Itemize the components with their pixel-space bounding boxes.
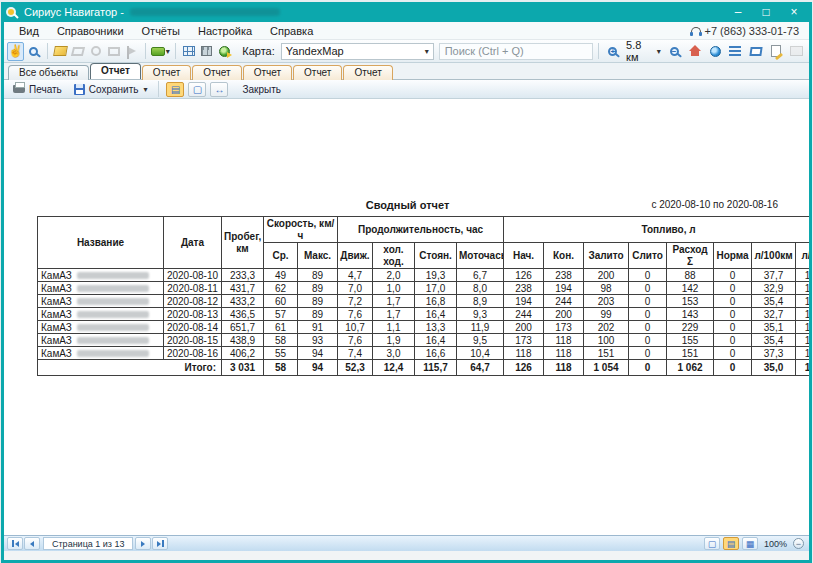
- fit-width-button[interactable]: ↔: [210, 82, 228, 97]
- minimize-button[interactable]: –: [724, 3, 752, 21]
- toolbar-separator: [145, 43, 146, 59]
- globe-button[interactable]: [706, 42, 724, 61]
- table-cell: 98: [584, 282, 629, 295]
- table-cell: 16,4: [415, 308, 457, 321]
- menu-item-5[interactable]: Справка: [261, 25, 322, 37]
- map-scale-value: 5.8 км: [626, 39, 654, 63]
- layers-button[interactable]: ▾: [151, 42, 170, 61]
- save-button[interactable]: Сохранить ▾: [70, 83, 152, 96]
- maximize-button[interactable]: □: [752, 3, 780, 21]
- table-cell: 32,9: [752, 282, 796, 295]
- toolbar-separator: [175, 43, 176, 59]
- table-cell: 35,4: [752, 334, 796, 347]
- table-cell: 200: [584, 269, 629, 282]
- last-page-button[interactable]: [152, 537, 168, 550]
- map-select[interactable]: YandexMap ▾: [281, 43, 434, 60]
- totals-cell: 3 031: [222, 360, 264, 376]
- redacted-title-text: [130, 8, 280, 16]
- table-view-button[interactable]: [181, 42, 197, 61]
- list-icon: [729, 46, 741, 56]
- zoom-out-slider-button[interactable]: −: [793, 538, 804, 549]
- close-button[interactable]: ×: [780, 3, 808, 21]
- table-cell: 433,2: [222, 295, 264, 308]
- table-row: КамАЗ2020-08-13436,557897,61,716,49,3244…: [38, 308, 810, 321]
- table-cell: 238: [544, 269, 584, 282]
- table-cell: 16,4: [796, 334, 809, 347]
- column-subheader: Норма: [714, 243, 752, 269]
- tab-report-3[interactable]: Отчет: [192, 65, 241, 80]
- pan-tool-button[interactable]: ✌: [7, 42, 24, 61]
- table-cell: 142: [667, 282, 714, 295]
- app-icon: [5, 6, 19, 19]
- column-subheader: Кон.: [544, 243, 584, 269]
- zoom-in-button[interactable]: +: [604, 42, 622, 61]
- table-cell: 58: [264, 334, 298, 347]
- table-cell: 143: [667, 308, 714, 321]
- view-mode-single-button[interactable]: ▢: [188, 82, 206, 97]
- menu-item-1[interactable]: Вид: [10, 25, 48, 37]
- zoom-out-button[interactable]: −: [665, 42, 683, 61]
- edit-map-button[interactable]: [53, 42, 69, 61]
- table-row: КамАЗ2020-08-16406,255947,43,016,610,411…: [38, 347, 810, 360]
- table-cell: 1,9: [373, 334, 415, 347]
- table-cell: 35,1: [752, 321, 796, 334]
- totals-cell: 118: [544, 360, 584, 376]
- road-icon: [201, 46, 212, 56]
- menu-item-4[interactable]: Настройка: [189, 25, 261, 37]
- search-input[interactable]: [439, 43, 593, 60]
- tab-report-6[interactable]: Отчет: [343, 65, 392, 80]
- table-cell: 0: [629, 347, 667, 360]
- tab-all-objects[interactable]: Все объекты: [8, 65, 89, 80]
- totals-cell: 94: [298, 360, 338, 376]
- table-cell: 89: [298, 282, 338, 295]
- multi-page-view-button[interactable]: ▦: [742, 537, 758, 550]
- table-cell: 16,8: [415, 295, 457, 308]
- table-cell: 100: [584, 334, 629, 347]
- table-cell: 7,2: [338, 295, 373, 308]
- globe-go-button[interactable]: [216, 42, 232, 61]
- view-mode-pages-button[interactable]: ▤: [166, 82, 184, 97]
- totals-cell: 12,4: [373, 360, 415, 376]
- tab-report-5[interactable]: Отчет: [293, 65, 342, 80]
- title-bar: Сириус Навигатор - – □ ×: [1, 2, 812, 22]
- table-cell: 17,7: [796, 282, 809, 295]
- page-indicator: Страница 1 из 13: [43, 537, 133, 550]
- close-report-button[interactable]: Закрыть: [238, 83, 285, 96]
- circle-tool-button: [88, 42, 104, 61]
- first-page-button[interactable]: [7, 537, 23, 550]
- road-view-button[interactable]: [199, 42, 215, 61]
- tab-report-1[interactable]: Отчет: [90, 63, 141, 79]
- table-cell: 126: [504, 269, 544, 282]
- next-page-button[interactable]: [135, 537, 151, 550]
- single-page-view-button[interactable]: ▢: [704, 537, 720, 550]
- totals-cell: 1 062: [667, 360, 714, 376]
- home-button[interactable]: [685, 42, 703, 61]
- zoom-tool-button[interactable]: [26, 42, 42, 61]
- headset-icon: [691, 27, 701, 34]
- save-label: Сохранить: [89, 84, 139, 95]
- column-subheader: л/час: [796, 243, 809, 269]
- print-button[interactable]: Печать: [9, 83, 66, 96]
- magnifier-icon: [29, 47, 38, 56]
- map-scale-select[interactable]: 5.8 км ▾: [624, 39, 663, 63]
- menu-item-3[interactable]: Отчёты: [133, 25, 189, 37]
- menu-item-2[interactable]: Справочники: [48, 25, 133, 37]
- home-icon: [689, 45, 701, 51]
- table-cell: 91: [298, 321, 338, 334]
- list-button[interactable]: [726, 42, 744, 61]
- vehicle-name-cell: КамАЗ: [38, 282, 164, 295]
- tab-report-2[interactable]: Отчет: [142, 65, 191, 80]
- circle-icon: [91, 46, 101, 56]
- column-subheader: Слито: [629, 243, 667, 269]
- measure-button[interactable]: [747, 42, 765, 61]
- table-cell: 244: [504, 308, 544, 321]
- report-toolbar: Печать Сохранить ▾ ▤ ▢ ↔ Закрыть: [4, 80, 809, 99]
- tab-report-4[interactable]: Отчет: [243, 65, 292, 80]
- previous-page-button[interactable]: [24, 537, 40, 550]
- table-cell: 57: [264, 308, 298, 321]
- fit-page-view-button[interactable]: ▤: [723, 537, 739, 550]
- table-row: КамАЗ2020-08-12433,260897,21,716,88,9194…: [38, 295, 810, 308]
- table-cell: 436,5: [222, 308, 264, 321]
- edit-note-button[interactable]: [767, 42, 785, 61]
- toolbar-right-group: + 5.8 км ▾ −: [595, 39, 806, 63]
